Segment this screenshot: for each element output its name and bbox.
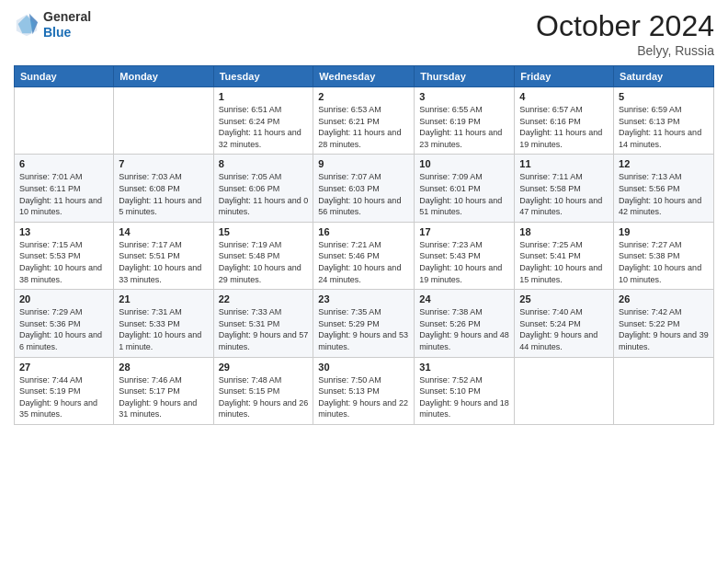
day-number: 8 xyxy=(219,158,309,169)
logo: General Blue xyxy=(14,9,91,40)
day-number: 17 xyxy=(419,226,509,237)
table-cell: 17 Sunrise: 7:23 AMSunset: 5:43 PMDaylig… xyxy=(415,222,515,289)
day-info: Sunrise: 7:25 AMSunset: 5:41 PMDaylight:… xyxy=(519,239,609,285)
day-info: Sunrise: 6:59 AMSunset: 6:13 PMDaylight:… xyxy=(619,104,709,150)
table-cell: 22 Sunrise: 7:33 AMSunset: 5:31 PMDaylig… xyxy=(213,290,313,357)
table-cell: 30 Sunrise: 7:50 AMSunset: 5:13 PMDaylig… xyxy=(313,357,415,424)
header: General Blue October 2024 Belyy, Russia xyxy=(14,9,714,58)
table-cell: 5 Sunrise: 6:59 AMSunset: 6:13 PMDayligh… xyxy=(614,87,714,155)
table-cell: 23 Sunrise: 7:35 AMSunset: 5:29 PMDaylig… xyxy=(313,290,415,357)
week-row-2: 6 Sunrise: 7:01 AMSunset: 6:11 PMDayligh… xyxy=(15,155,714,222)
day-info: Sunrise: 6:55 AMSunset: 6:19 PMDaylight:… xyxy=(419,104,509,150)
day-number: 11 xyxy=(519,158,609,169)
col-wednesday: Wednesday xyxy=(313,66,415,87)
day-number: 27 xyxy=(19,362,108,373)
calendar: Sunday Monday Tuesday Wednesday Thursday… xyxy=(14,65,714,425)
day-number: 28 xyxy=(119,362,208,373)
day-info: Sunrise: 7:09 AMSunset: 6:01 PMDaylight:… xyxy=(419,171,509,217)
table-cell: 6 Sunrise: 7:01 AMSunset: 6:11 PMDayligh… xyxy=(15,155,114,222)
week-row-4: 20 Sunrise: 7:29 AMSunset: 5:36 PMDaylig… xyxy=(15,290,714,357)
location: Belyy, Russia xyxy=(536,43,714,58)
table-cell xyxy=(114,87,213,155)
calendar-header-row: Sunday Monday Tuesday Wednesday Thursday… xyxy=(15,66,714,87)
day-info: Sunrise: 7:21 AMSunset: 5:46 PMDaylight:… xyxy=(318,239,409,285)
col-saturday: Saturday xyxy=(614,66,714,87)
week-row-1: 1 Sunrise: 6:51 AMSunset: 6:24 PMDayligh… xyxy=(15,87,714,155)
day-info: Sunrise: 6:53 AMSunset: 6:21 PMDaylight:… xyxy=(318,104,409,150)
day-info: Sunrise: 7:46 AMSunset: 5:17 PMDaylight:… xyxy=(119,374,208,420)
table-cell: 13 Sunrise: 7:15 AMSunset: 5:53 PMDaylig… xyxy=(15,222,114,289)
day-number: 22 xyxy=(219,293,309,304)
day-info: Sunrise: 7:01 AMSunset: 6:11 PMDaylight:… xyxy=(19,171,108,217)
table-cell: 25 Sunrise: 7:40 AMSunset: 5:24 PMDaylig… xyxy=(515,290,614,357)
day-info: Sunrise: 7:40 AMSunset: 5:24 PMDaylight:… xyxy=(519,306,609,352)
day-info: Sunrise: 6:51 AMSunset: 6:24 PMDaylight:… xyxy=(219,104,309,150)
day-number: 18 xyxy=(519,226,609,237)
table-cell: 8 Sunrise: 7:05 AMSunset: 6:06 PMDayligh… xyxy=(213,155,313,222)
table-cell: 11 Sunrise: 7:11 AMSunset: 5:58 PMDaylig… xyxy=(515,155,614,222)
day-number: 1 xyxy=(219,91,309,102)
day-number: 9 xyxy=(318,158,409,169)
table-cell: 9 Sunrise: 7:07 AMSunset: 6:03 PMDayligh… xyxy=(313,155,415,222)
month-title: October 2024 xyxy=(536,9,714,43)
col-thursday: Thursday xyxy=(415,66,515,87)
table-cell: 26 Sunrise: 7:42 AMSunset: 5:22 PMDaylig… xyxy=(614,290,714,357)
table-cell: 27 Sunrise: 7:44 AMSunset: 5:19 PMDaylig… xyxy=(15,357,114,424)
day-number: 3 xyxy=(419,91,509,102)
table-cell: 4 Sunrise: 6:57 AMSunset: 6:16 PMDayligh… xyxy=(515,87,614,155)
day-number: 10 xyxy=(419,158,509,169)
day-number: 20 xyxy=(19,293,108,304)
table-cell: 29 Sunrise: 7:48 AMSunset: 5:15 PMDaylig… xyxy=(213,357,313,424)
day-info: Sunrise: 7:50 AMSunset: 5:13 PMDaylight:… xyxy=(318,374,409,420)
table-cell: 2 Sunrise: 6:53 AMSunset: 6:21 PMDayligh… xyxy=(313,87,415,155)
table-cell: 16 Sunrise: 7:21 AMSunset: 5:46 PMDaylig… xyxy=(313,222,415,289)
day-number: 23 xyxy=(318,293,409,304)
day-info: Sunrise: 7:44 AMSunset: 5:19 PMDaylight:… xyxy=(19,374,108,420)
logo-icon xyxy=(14,12,40,38)
table-cell: 28 Sunrise: 7:46 AMSunset: 5:17 PMDaylig… xyxy=(114,357,213,424)
table-cell: 19 Sunrise: 7:27 AMSunset: 5:38 PMDaylig… xyxy=(614,222,714,289)
day-info: Sunrise: 7:03 AMSunset: 6:08 PMDaylight:… xyxy=(119,171,208,217)
day-info: Sunrise: 7:15 AMSunset: 5:53 PMDaylight:… xyxy=(19,239,108,285)
week-row-3: 13 Sunrise: 7:15 AMSunset: 5:53 PMDaylig… xyxy=(15,222,714,289)
table-cell: 3 Sunrise: 6:55 AMSunset: 6:19 PMDayligh… xyxy=(415,87,515,155)
table-cell xyxy=(515,357,614,424)
day-info: Sunrise: 7:19 AMSunset: 5:48 PMDaylight:… xyxy=(219,239,309,285)
day-number: 2 xyxy=(318,91,409,102)
day-number: 4 xyxy=(519,91,609,102)
day-info: Sunrise: 7:31 AMSunset: 5:33 PMDaylight:… xyxy=(119,306,208,352)
day-info: Sunrise: 7:42 AMSunset: 5:22 PMDaylight:… xyxy=(619,306,709,352)
table-cell: 1 Sunrise: 6:51 AMSunset: 6:24 PMDayligh… xyxy=(213,87,313,155)
day-info: Sunrise: 7:29 AMSunset: 5:36 PMDaylight:… xyxy=(19,306,108,352)
day-number: 6 xyxy=(19,158,108,169)
table-cell: 24 Sunrise: 7:38 AMSunset: 5:26 PMDaylig… xyxy=(415,290,515,357)
day-number: 14 xyxy=(119,226,208,237)
day-info: Sunrise: 7:11 AMSunset: 5:58 PMDaylight:… xyxy=(519,171,609,217)
day-number: 24 xyxy=(419,293,509,304)
day-info: Sunrise: 7:27 AMSunset: 5:38 PMDaylight:… xyxy=(619,239,709,285)
col-friday: Friday xyxy=(515,66,614,87)
day-info: Sunrise: 7:17 AMSunset: 5:51 PMDaylight:… xyxy=(119,239,208,285)
day-number: 15 xyxy=(219,226,309,237)
day-number: 13 xyxy=(19,226,108,237)
day-info: Sunrise: 7:05 AMSunset: 6:06 PMDaylight:… xyxy=(219,171,309,217)
day-info: Sunrise: 6:57 AMSunset: 6:16 PMDaylight:… xyxy=(519,104,609,150)
day-number: 5 xyxy=(619,91,709,102)
day-info: Sunrise: 7:07 AMSunset: 6:03 PMDaylight:… xyxy=(318,171,409,217)
logo-text: General Blue xyxy=(43,9,91,40)
day-info: Sunrise: 7:48 AMSunset: 5:15 PMDaylight:… xyxy=(219,374,309,420)
day-number: 16 xyxy=(318,226,409,237)
table-cell: 7 Sunrise: 7:03 AMSunset: 6:08 PMDayligh… xyxy=(114,155,213,222)
day-number: 12 xyxy=(619,158,709,169)
table-cell xyxy=(15,87,114,155)
day-info: Sunrise: 7:23 AMSunset: 5:43 PMDaylight:… xyxy=(419,239,509,285)
day-info: Sunrise: 7:35 AMSunset: 5:29 PMDaylight:… xyxy=(318,306,409,352)
table-cell xyxy=(614,357,714,424)
day-info: Sunrise: 7:13 AMSunset: 5:56 PMDaylight:… xyxy=(619,171,709,217)
day-number: 31 xyxy=(419,362,509,373)
day-number: 19 xyxy=(619,226,709,237)
col-sunday: Sunday xyxy=(15,66,114,87)
day-number: 7 xyxy=(119,158,208,169)
col-monday: Monday xyxy=(114,66,213,87)
day-info: Sunrise: 7:52 AMSunset: 5:10 PMDaylight:… xyxy=(419,374,509,420)
